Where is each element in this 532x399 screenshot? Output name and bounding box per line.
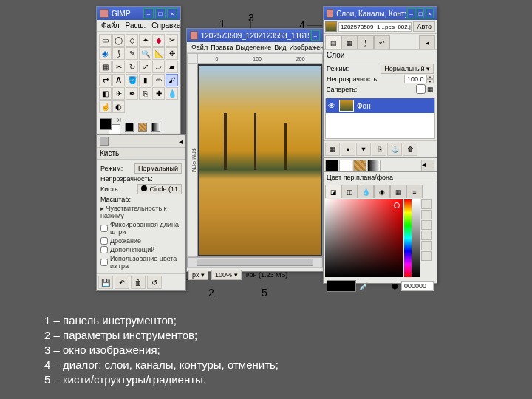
layer-row[interactable]: 👁 Фон: [326, 98, 434, 113]
tool-zoom[interactable]: 🔍: [139, 47, 151, 60]
color-btn-6[interactable]: [421, 251, 432, 261]
ruler-corner[interactable]: [187, 53, 197, 64]
new-layer-button[interactable]: ▦: [325, 143, 340, 156]
tab-gradients[interactable]: [367, 160, 381, 171]
tool-pencil[interactable]: ✏: [152, 74, 165, 86]
img-menu-file[interactable]: Файл: [191, 44, 208, 51]
color-btn-4[interactable]: [421, 231, 432, 240]
image-minimize[interactable]: –: [311, 30, 320, 41]
eyedropper-icon[interactable]: 💉: [359, 282, 368, 290]
tool-flip[interactable]: ⇄: [99, 74, 112, 86]
layer-list[interactable]: 👁 Фон: [325, 98, 435, 139]
opacity-down[interactable]: ▼: [426, 79, 434, 83]
tab-brushes[interactable]: [339, 160, 352, 171]
img-menu-select[interactable]: Выделение: [236, 44, 272, 51]
color-btn-3[interactable]: [421, 220, 432, 230]
fixed-length-checkbox[interactable]: [100, 225, 108, 232]
duplicate-layer-button[interactable]: ⎘: [372, 143, 386, 156]
opacity-value[interactable]: 100.0: [404, 75, 426, 83]
ruler-vertical[interactable]: ФРМ ФРМ: [187, 64, 197, 257]
layers-titlebar[interactable]: Слои, Каналы, Контуры, О... – □ ×: [324, 7, 437, 20]
color-tab-palette[interactable]: ▦: [390, 185, 406, 198]
tool-picker[interactable]: ✎: [126, 47, 138, 60]
tool-by-color[interactable]: ◆: [152, 34, 165, 47]
tab-brush-preview[interactable]: [325, 160, 338, 171]
hex-field[interactable]: 000000: [401, 281, 434, 291]
tool-align[interactable]: ▦: [99, 61, 112, 73]
layer-mode-select[interactable]: Нормальный ▾: [381, 64, 434, 74]
incremental-check[interactable]: Дополняющий: [100, 246, 182, 253]
unit-select[interactable]: px ▾: [188, 270, 208, 280]
restore-options-button[interactable]: ↶: [115, 276, 129, 289]
auto-button[interactable]: Авто: [413, 21, 435, 32]
tool-airbrush[interactable]: ✈: [112, 87, 125, 100]
jitter-check[interactable]: Дрожание: [100, 237, 182, 245]
tool-move[interactable]: ✥: [166, 47, 178, 60]
fg-bg-swatch[interactable]: ⤭: [100, 118, 120, 136]
img-menu-view[interactable]: Вид: [274, 44, 286, 51]
menu-ext[interactable]: Расш.: [126, 21, 146, 30]
color-tab-scales[interactable]: ≡: [406, 185, 423, 198]
color-field[interactable]: [325, 200, 403, 277]
menu-file[interactable]: Файл: [101, 21, 120, 30]
delete-options-button[interactable]: 🗑: [131, 276, 146, 289]
toolbox-titlebar[interactable]: GIMP – □ ×: [97, 7, 180, 20]
delete-layer-button[interactable]: 🗑: [403, 143, 417, 156]
pressure-expander[interactable]: ▸ Чувствительность к нажиму: [100, 205, 182, 219]
brush-select[interactable]: Circle (11: [137, 184, 182, 194]
tab-paths[interactable]: ⟆: [358, 35, 374, 49]
scrollbar-horizontal[interactable]: [187, 257, 323, 267]
visibility-eye-icon[interactable]: 👁: [327, 101, 336, 110]
tool-rect-select[interactable]: ▭: [99, 34, 112, 47]
tool-heal[interactable]: ✚: [152, 87, 165, 100]
tool-measure[interactable]: 📐: [152, 47, 165, 60]
tool-paintbrush[interactable]: 🖌: [166, 74, 178, 86]
layers-minimize[interactable]: –: [407, 8, 415, 18]
img-menu-edit[interactable]: Правка: [211, 44, 233, 51]
scrollbar-thumb[interactable]: [197, 259, 313, 266]
jitter-checkbox[interactable]: [100, 237, 108, 245]
tool-blur[interactable]: 💧: [166, 87, 178, 100]
tab-layers[interactable]: ▤: [325, 35, 341, 49]
fixed-length-check[interactable]: Фиксированная длина штри: [100, 221, 182, 236]
layer-thumb[interactable]: [339, 100, 354, 112]
image-name-field[interactable]: 1202573509_1...pes_002.jpg-1: [338, 22, 412, 32]
ruler-horizontal[interactable]: 0100200: [197, 53, 323, 64]
tool-smudge[interactable]: ☝: [99, 100, 112, 113]
menu-help[interactable]: Справка: [151, 21, 180, 30]
tool-paths[interactable]: ⟆: [112, 47, 125, 60]
tool-rotate[interactable]: ↻: [126, 61, 138, 73]
tool-free-select[interactable]: ◇: [126, 34, 138, 47]
use-color-checkbox[interactable]: [100, 259, 108, 266]
hue-strip[interactable]: [404, 200, 412, 277]
tool-crop[interactable]: ✂: [112, 61, 125, 73]
tool-bucket[interactable]: 🪣: [126, 74, 138, 86]
color-tab-water[interactable]: 💧: [358, 185, 374, 198]
mini-pattern-icon[interactable]: [138, 123, 147, 132]
close-button[interactable]: ×: [167, 8, 177, 18]
color-tab-gimp[interactable]: ◪: [325, 185, 341, 198]
tab-undo[interactable]: ↶: [374, 35, 390, 49]
tool-blend[interactable]: ▮: [139, 74, 151, 86]
tool-shear[interactable]: ▱: [152, 61, 165, 73]
lock-pixels-check[interactable]: [416, 84, 426, 94]
tab-patterns[interactable]: [353, 160, 366, 171]
mini-gradient-icon[interactable]: [151, 123, 160, 132]
lower-layer-button[interactable]: ▼: [356, 143, 371, 156]
tool-text[interactable]: A: [112, 74, 125, 86]
swap-colors-icon[interactable]: ⤭: [117, 117, 122, 123]
tool-fuzzy-select[interactable]: ✦: [139, 34, 151, 47]
tool-clone[interactable]: ⎘: [139, 87, 151, 100]
maximize-button[interactable]: □: [155, 8, 166, 18]
tool-perspective[interactable]: ▰: [166, 61, 178, 73]
tool-scale[interactable]: ⤢: [139, 61, 151, 73]
value-strip[interactable]: [412, 200, 420, 277]
canvas[interactable]: [197, 64, 323, 257]
brush-tab-icon[interactable]: [100, 137, 109, 146]
reset-options-button[interactable]: ↺: [147, 276, 162, 289]
image-thumb-icon[interactable]: [325, 21, 337, 32]
save-options-button[interactable]: 💾: [98, 276, 113, 289]
current-color-swatch[interactable]: [327, 280, 356, 292]
layers-maximize[interactable]: □: [417, 8, 425, 18]
color-tab-cmyk[interactable]: ◫: [341, 185, 358, 198]
